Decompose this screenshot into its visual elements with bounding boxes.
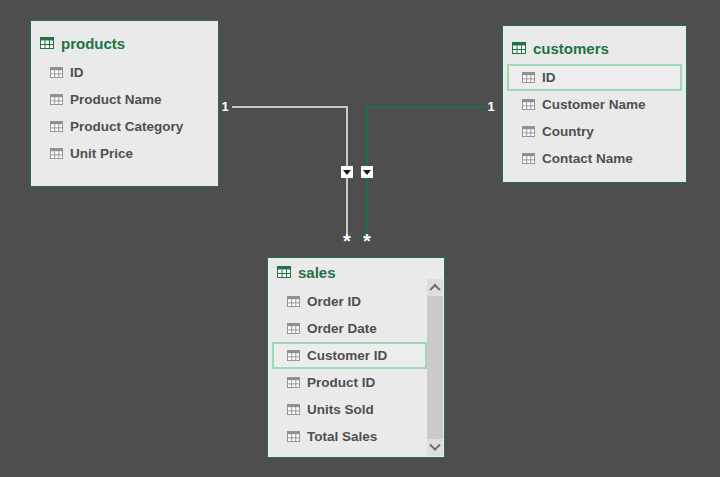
field-row-product-id[interactable]: Product ID xyxy=(268,369,444,396)
table-header-sales[interactable]: sales xyxy=(268,260,444,284)
field-icon xyxy=(287,431,300,442)
field-icon xyxy=(522,99,535,110)
field-label: Product Category xyxy=(70,119,183,134)
cardinality-one-label: 1 xyxy=(485,100,497,114)
cardinality-one-label: 1 xyxy=(219,100,231,114)
table-card-sales[interactable]: sales Order ID Order Date Customer ID Pr… xyxy=(267,257,445,458)
relationship-customers-sales-line-horizontal[interactable] xyxy=(366,106,487,108)
field-label: ID xyxy=(70,65,84,80)
cardinality-many-label: * xyxy=(340,234,354,248)
field-icon xyxy=(287,377,300,388)
field-label: Country xyxy=(542,124,594,139)
table-icon xyxy=(512,42,526,54)
field-icon xyxy=(522,72,535,83)
table-icon xyxy=(277,266,291,278)
table-title: customers xyxy=(533,40,609,57)
scrollbar[interactable] xyxy=(427,279,443,456)
field-row-id[interactable]: ID xyxy=(31,59,218,86)
field-icon xyxy=(287,350,300,361)
field-label: Order Date xyxy=(307,321,377,336)
arrow-down-icon xyxy=(343,170,351,175)
table-title: sales xyxy=(298,264,336,281)
scrollbar-down-button[interactable] xyxy=(427,439,443,456)
table-header-products[interactable]: products xyxy=(31,31,218,55)
field-row-order-date[interactable]: Order Date xyxy=(268,315,444,342)
field-label: Unit Price xyxy=(70,146,133,161)
field-row-product-category[interactable]: Product Category xyxy=(31,113,218,140)
field-row-country[interactable]: Country xyxy=(503,118,686,145)
field-list: Order ID Order Date Customer ID Product … xyxy=(268,288,444,450)
filter-direction-arrow[interactable] xyxy=(361,166,373,178)
field-row-unit-price[interactable]: Unit Price xyxy=(31,140,218,167)
field-icon xyxy=(522,153,535,164)
cardinality-many-label: * xyxy=(360,234,374,248)
chevron-down-icon xyxy=(429,439,440,450)
field-row-product-name[interactable]: Product Name xyxy=(31,86,218,113)
field-label: Total Sales xyxy=(307,429,377,444)
scrollbar-up-button[interactable] xyxy=(427,279,443,296)
field-list: ID Product Name Product Category Unit Pr… xyxy=(31,59,218,167)
field-icon xyxy=(50,94,63,105)
field-icon xyxy=(50,67,63,78)
chevron-up-icon xyxy=(429,283,440,294)
field-label: Units Sold xyxy=(307,402,374,417)
field-icon xyxy=(50,148,63,159)
field-label: ID xyxy=(542,70,556,85)
field-icon xyxy=(287,323,300,334)
table-header-customers[interactable]: customers xyxy=(503,36,686,60)
field-label: Product Name xyxy=(70,92,162,107)
field-icon xyxy=(287,296,300,307)
field-list: ID Customer Name Country Contact Name xyxy=(503,64,686,172)
field-row-customer-id-highlighted[interactable]: Customer ID xyxy=(272,342,427,369)
table-card-products[interactable]: products ID Product Name Product Categor… xyxy=(30,20,219,187)
field-icon xyxy=(287,404,300,415)
arrow-down-icon xyxy=(363,170,371,175)
relationship-products-sales-line-horizontal[interactable] xyxy=(232,106,348,108)
table-title: products xyxy=(61,35,125,52)
field-label: Contact Name xyxy=(542,151,633,166)
field-row-order-id[interactable]: Order ID xyxy=(268,288,444,315)
model-diagram-canvas: products ID Product Name Product Categor… xyxy=(0,0,720,477)
filter-direction-arrow[interactable] xyxy=(341,166,353,178)
field-row-customer-name[interactable]: Customer Name xyxy=(503,91,686,118)
field-label: Product ID xyxy=(307,375,375,390)
field-label: Order ID xyxy=(307,294,361,309)
field-row-units-sold[interactable]: Units Sold xyxy=(268,396,444,423)
field-icon xyxy=(50,121,63,132)
table-card-customers[interactable]: customers ID Customer Name Country Conta… xyxy=(502,25,687,183)
field-row-contact-name[interactable]: Contact Name xyxy=(503,145,686,172)
table-icon xyxy=(40,37,54,49)
field-row-total-sales[interactable]: Total Sales xyxy=(268,423,444,450)
field-row-id-highlighted[interactable]: ID xyxy=(507,64,682,91)
field-label: Customer Name xyxy=(542,97,646,112)
field-icon xyxy=(522,126,535,137)
field-label: Customer ID xyxy=(307,348,387,363)
